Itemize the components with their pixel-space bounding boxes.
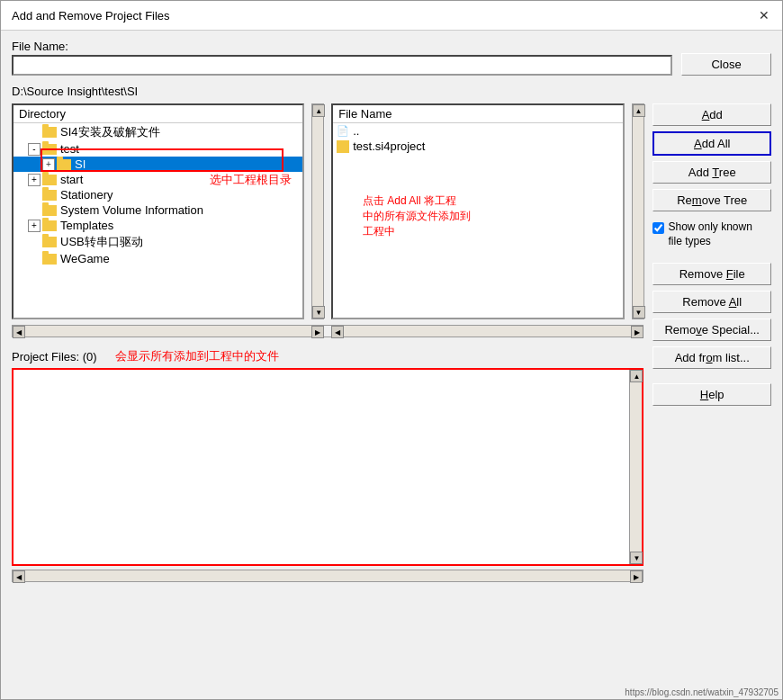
right-buttons: Add Add All Add Tree Remove Tree Show on…: [652, 103, 771, 582]
tree-item-si[interactable]: + SI: [14, 157, 302, 172]
tree-item-wegame[interactable]: WeGame: [14, 251, 302, 266]
toggle-si[interactable]: +: [42, 158, 55, 171]
toggle-templates[interactable]: +: [28, 220, 40, 232]
show-only-label: Show only knownfile types: [668, 220, 752, 248]
project-files-header-row: Project Files: (0) 会显示所有添加到工程中的文件: [12, 348, 644, 364]
tree-item-si4[interactable]: SI4安装及破解文件: [14, 123, 302, 141]
panels-column: Directory SI4安装及破解文件 - test: [12, 103, 644, 582]
file-scroll-up[interactable]: ▲: [633, 104, 645, 117]
show-only-checkbox[interactable]: [652, 222, 664, 234]
watermark: https://blog.csdn.net/watxin_47932705: [625, 687, 778, 697]
dir-hscroll-right[interactable]: ▶: [311, 326, 324, 338]
dialog-body: File Name: Close D:\Source Insight\test\…: [1, 31, 782, 591]
dir-hscroll[interactable]: ◀ ▶ ◀ ▶: [12, 325, 644, 337]
toggle-start[interactable]: +: [28, 174, 40, 186]
checkbox-row: Show only knownfile types: [652, 220, 771, 248]
title-bar: Add and Remove Project Files ✕: [1, 1, 782, 31]
project-files-label: Project Files: (0): [12, 350, 97, 363]
filename-panel: File Name 📄 .. test.si4project: [331, 103, 624, 319]
file-hscroll-track: [344, 326, 630, 337]
pf-scroll-down[interactable]: ▼: [630, 552, 643, 564]
project-files-panel: ▲ ▼: [12, 368, 644, 566]
tree-item-templates[interactable]: + Templates: [14, 218, 302, 233]
file-folder-icon: [337, 140, 349, 153]
file-scroll-down[interactable]: ▼: [633, 306, 645, 319]
tree-item-start[interactable]: + start: [14, 172, 302, 187]
add-button[interactable]: Add: [652, 103, 771, 126]
directory-panel: Directory SI4安装及破解文件 - test: [12, 103, 304, 319]
dir-scrollbar[interactable]: ▲ ▼: [311, 103, 324, 319]
file-item-si4project[interactable]: test.si4project: [333, 139, 622, 154]
file-scrollbar[interactable]: ▲ ▼: [632, 103, 644, 319]
dir-scroll-down[interactable]: ▼: [312, 306, 325, 319]
tree-item-stationery[interactable]: Stationery: [14, 187, 302, 202]
file-scroll-track: [633, 117, 644, 306]
file-item-dotdot[interactable]: 📄 ..: [333, 123, 622, 139]
file-hscroll-right[interactable]: ▶: [631, 326, 644, 338]
remove-tree-button[interactable]: Remove Tree: [652, 189, 771, 211]
pf-hscroll[interactable]: ◀ ▶: [12, 570, 644, 582]
remove-all-button[interactable]: Remove All: [652, 291, 771, 313]
file-name-input[interactable]: [12, 55, 672, 76]
dialog-title: Add and Remove Project Files: [12, 9, 170, 22]
path-label: D:\Source Insight\test\SI: [12, 85, 771, 98]
tree-item-test[interactable]: - test: [14, 141, 302, 157]
dir-scroll-track: [312, 117, 323, 306]
remove-file-button[interactable]: Remove File: [652, 263, 771, 285]
dotdot-icon: 📄: [337, 125, 349, 137]
tree-item-system-volume[interactable]: System Volume Information: [14, 202, 302, 218]
project-files-scrollbar[interactable]: ▲ ▼: [629, 370, 642, 564]
bottom-buttons: Remove File Remove All Remove Special...…: [652, 263, 771, 406]
dir-hscroll-track: [25, 326, 311, 337]
pf-scroll-track: [630, 382, 642, 552]
directory-tree-content: SI4安装及破解文件 - test + SI: [14, 123, 302, 318]
help-button[interactable]: Help: [652, 383, 771, 406]
directory-header: Directory: [14, 105, 302, 123]
annotation-show-text: 会显示所有添加到工程中的文件: [115, 348, 279, 364]
add-all-button[interactable]: Add All: [652, 131, 771, 156]
pf-scroll-up[interactable]: ▲: [630, 370, 643, 382]
file-hscroll-left[interactable]: ◀: [331, 326, 344, 338]
add-from-list-button[interactable]: Add from list...: [652, 346, 771, 369]
file-name-row: File Name: Close: [12, 40, 771, 76]
pf-hscroll-left[interactable]: ◀: [13, 570, 25, 583]
pf-hscroll-right[interactable]: ▶: [630, 570, 643, 583]
filename-panel-header: File Name: [333, 105, 622, 123]
tree-item-usb[interactable]: USB转串口驱动: [14, 233, 302, 251]
dir-hscroll-left[interactable]: ◀: [13, 326, 25, 338]
remove-special-button[interactable]: Remove Special...: [652, 319, 771, 341]
panels-and-buttons: Directory SI4安装及破解文件 - test: [12, 103, 771, 582]
file-name-label: File Name:: [12, 40, 672, 53]
toggle-test[interactable]: -: [28, 143, 40, 156]
pf-hscroll-track: [25, 570, 630, 581]
project-files-section: Project Files: (0) 会显示所有添加到工程中的文件 ▲ ▼ ◀: [12, 348, 644, 582]
project-files-content: [14, 370, 629, 564]
file-list-content: 📄 .. test.si4project: [333, 123, 622, 318]
main-dialog: Add and Remove Project Files ✕ File Name…: [0, 0, 783, 700]
close-x-button[interactable]: ✕: [757, 8, 771, 22]
close-button[interactable]: Close: [681, 53, 771, 76]
add-tree-button[interactable]: Add Tree: [652, 161, 771, 184]
dir-scroll-up[interactable]: ▲: [312, 104, 325, 117]
